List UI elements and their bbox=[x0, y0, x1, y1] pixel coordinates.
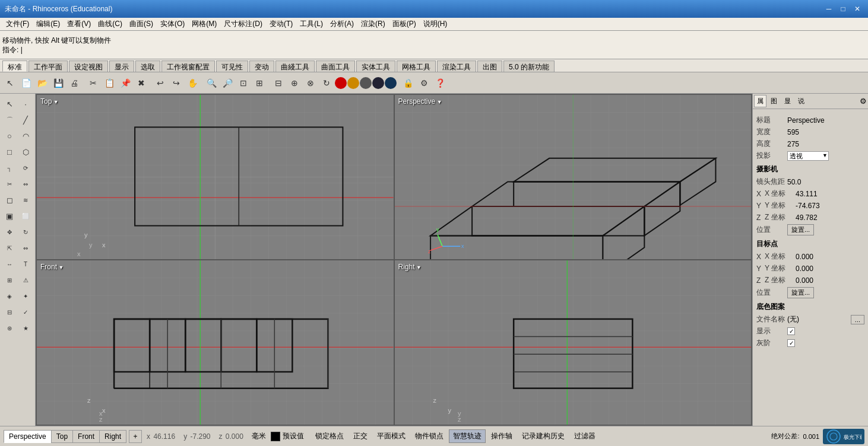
lt-smash-tool[interactable]: ★ bbox=[18, 320, 33, 336]
tab-workplane[interactable]: 工作平面 bbox=[28, 60, 68, 72]
viewport-top-label[interactable]: Top bbox=[40, 97, 59, 106]
lt-scale-tool[interactable]: ⇱ bbox=[2, 240, 17, 256]
lt-dim-tool[interactable]: ↔ bbox=[2, 256, 17, 272]
tb-zoom-extent-icon[interactable]: ⊡ bbox=[236, 75, 251, 91]
lt-curve-tool[interactable]: ⌒ bbox=[2, 112, 17, 128]
menu-analyze[interactable]: 分析(A) bbox=[327, 18, 357, 30]
rp-t-pos-button[interactable]: 旋置... bbox=[787, 287, 814, 298]
tab-print[interactable]: 出图 bbox=[477, 60, 502, 72]
rp-bg-show-checkbox[interactable]: ✓ bbox=[787, 327, 795, 335]
lt-extend-tool[interactable]: ⇔ bbox=[18, 176, 33, 192]
rp-bg-file-button[interactable]: ... bbox=[851, 315, 864, 324]
sb-btn-record-history[interactable]: 记录建构历史 bbox=[518, 429, 569, 443]
tab-standard[interactable]: 标准 bbox=[2, 60, 27, 72]
tb-lock-icon[interactable]: 🔒 bbox=[400, 75, 416, 91]
lt-analysis-tool[interactable]: ⚠ bbox=[18, 272, 33, 288]
lt-select-tool[interactable]: ↖ bbox=[2, 96, 17, 112]
rp-c-pos-button[interactable]: 旋置... bbox=[787, 224, 814, 235]
tb-color4-icon[interactable] bbox=[372, 77, 384, 89]
tb-grid-icon[interactable]: ⊟ bbox=[271, 75, 286, 91]
tb-print-icon[interactable]: 🖨 bbox=[66, 75, 82, 91]
tab-solid-tools[interactable]: 实体工具 bbox=[356, 60, 395, 72]
viewport-top[interactable]: Top bbox=[36, 94, 394, 260]
lt-light-tool[interactable]: ✦ bbox=[18, 288, 33, 304]
sb-tab-add-button[interactable]: + bbox=[129, 430, 142, 443]
menu-render[interactable]: 渲染(R) bbox=[357, 18, 389, 30]
lt-circle-tool[interactable]: ○ bbox=[2, 128, 17, 144]
sb-btn-snap[interactable]: 锁定格点 bbox=[311, 429, 348, 443]
lt-move-tool[interactable]: ✥ bbox=[2, 224, 17, 240]
tb-zoom-out-icon[interactable]: 🔎 bbox=[220, 75, 235, 91]
maximize-button[interactable]: □ bbox=[837, 4, 849, 14]
lt-nurbs-tool[interactable]: ≋ bbox=[18, 192, 33, 208]
cmd-line2[interactable]: 指令: | bbox=[2, 45, 866, 55]
lt-solid-tool[interactable]: ▣ bbox=[2, 208, 17, 224]
close-button[interactable]: ✕ bbox=[851, 4, 863, 14]
rp-projection-select[interactable]: 透视 平行 bbox=[787, 151, 829, 161]
tb-new-icon[interactable]: 📄 bbox=[18, 75, 34, 91]
tb-rotate-icon[interactable]: ↻ bbox=[319, 75, 334, 91]
menu-dim[interactable]: 尺寸标注(D) bbox=[220, 18, 266, 30]
lt-render-tool[interactable]: ◈ bbox=[2, 288, 17, 304]
tab-viewport-config[interactable]: 工作视窗配置 bbox=[161, 60, 215, 72]
lt-box-tool[interactable]: ⬜ bbox=[18, 208, 33, 224]
sb-btn-gumball[interactable]: 操作轴 bbox=[487, 429, 517, 443]
lt-check-tool[interactable]: ✓ bbox=[18, 304, 33, 320]
lt-offset-tool[interactable]: ⟳ bbox=[18, 160, 33, 176]
menu-edit[interactable]: 编辑(E) bbox=[33, 18, 64, 30]
viewport-right-label[interactable]: Right bbox=[398, 263, 422, 271]
tab-select[interactable]: 选取 bbox=[135, 60, 160, 72]
lt-trim-tool[interactable]: ✂ bbox=[2, 176, 17, 192]
tb-pan-icon[interactable]: ✋ bbox=[185, 75, 200, 91]
tb-arrow-icon[interactable]: ↖ bbox=[2, 75, 18, 91]
tb-cut-icon[interactable]: ✂ bbox=[85, 75, 101, 91]
tb-select-icon[interactable]: ⊗ bbox=[303, 75, 318, 91]
sb-btn-smart-track[interactable]: 智慧轨迹 bbox=[449, 429, 486, 443]
lt-rotate-tool[interactable]: ↻ bbox=[18, 224, 33, 240]
rp-gear-icon[interactable]: ⚙ bbox=[860, 97, 867, 106]
menu-help[interactable]: 说明(H) bbox=[420, 18, 451, 30]
tb-save-icon[interactable]: 💾 bbox=[50, 75, 66, 91]
tb-color2-icon[interactable] bbox=[347, 77, 359, 89]
lt-mirror-tool[interactable]: ⇔ bbox=[18, 240, 33, 256]
tb-snap-icon[interactable]: ⊕ bbox=[287, 75, 302, 91]
tb-undo-icon[interactable]: ↩ bbox=[153, 75, 168, 91]
lt-mesh-tool[interactable]: ⊞ bbox=[2, 272, 17, 288]
sb-btn-osnap[interactable]: 物件锁点 bbox=[411, 429, 448, 443]
lt-fillet-tool[interactable]: ┐ bbox=[2, 160, 17, 176]
lt-arc-tool[interactable]: ◠ bbox=[18, 128, 33, 144]
menu-transform[interactable]: 变动(T) bbox=[266, 18, 296, 30]
tb-redo-icon[interactable]: ↪ bbox=[169, 75, 184, 91]
tb-zoom-in-icon[interactable]: 🔍 bbox=[204, 75, 219, 91]
tab-setview[interactable]: 设定视图 bbox=[69, 60, 108, 72]
lt-grid-tool[interactable]: ⊟ bbox=[2, 304, 17, 320]
lt-polygon-tool[interactable]: ⬡ bbox=[18, 144, 33, 160]
viewport-right[interactable]: Right bbox=[394, 260, 752, 425]
menu-file[interactable]: 文件(F) bbox=[2, 18, 33, 30]
viewport-perspective-label[interactable]: Perspective bbox=[398, 97, 442, 106]
sb-tab-top[interactable]: Top bbox=[51, 430, 73, 443]
tab-render-tools[interactable]: 渲染工具 bbox=[437, 60, 476, 72]
viewport-front[interactable]: Front bbox=[36, 260, 394, 425]
viewport-front-label[interactable]: Front bbox=[40, 263, 64, 271]
menu-tools[interactable]: 工具(L) bbox=[296, 18, 327, 30]
tab-visibility[interactable]: 可见性 bbox=[216, 60, 248, 72]
tab-new-features[interactable]: 5.0 的新功能 bbox=[503, 60, 555, 72]
tb-copy-icon[interactable]: 📋 bbox=[102, 75, 117, 91]
sb-btn-filter[interactable]: 过滤器 bbox=[570, 429, 600, 443]
tab-transform[interactable]: 变动 bbox=[249, 60, 274, 72]
tab-mesh-tools[interactable]: 网格工具 bbox=[397, 60, 436, 72]
tb-open-icon[interactable]: 📂 bbox=[34, 75, 50, 91]
lt-surface-tool[interactable]: ◻ bbox=[2, 192, 17, 208]
lt-explode-tool[interactable]: ⊛ bbox=[2, 320, 17, 336]
tab-surface-tools[interactable]: 曲面工具 bbox=[316, 60, 355, 72]
tb-color3-icon[interactable] bbox=[360, 77, 372, 89]
sb-tab-front[interactable]: Front bbox=[72, 430, 100, 443]
sb-btn-planar[interactable]: 平面模式 bbox=[373, 429, 410, 443]
rp-tab-properties[interactable]: 属 bbox=[754, 95, 766, 107]
lt-point-tool[interactable]: · bbox=[18, 96, 33, 112]
lt-text-tool[interactable]: T bbox=[18, 256, 33, 272]
tb-settings-icon[interactable]: ⚙ bbox=[416, 75, 432, 91]
menu-view[interactable]: 查看(V) bbox=[64, 18, 94, 30]
tb-zoom-win-icon[interactable]: ⊞ bbox=[252, 75, 267, 91]
